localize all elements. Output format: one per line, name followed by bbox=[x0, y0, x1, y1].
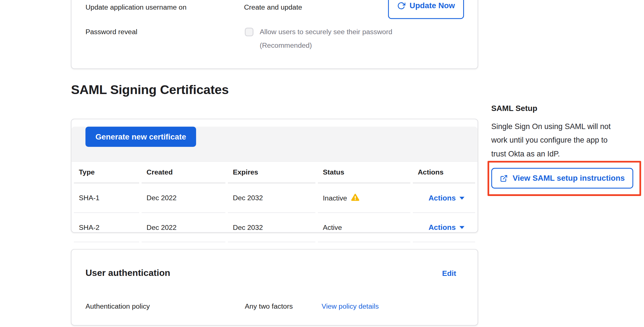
cert-status-cell: Inactive bbox=[318, 183, 410, 213]
column-header-type: Type bbox=[74, 162, 139, 183]
user-authentication-title: User authentication bbox=[85, 268, 170, 278]
cert-expires-cell: Dec 2032 bbox=[228, 183, 315, 213]
saml-setup-title: SAML Setup bbox=[491, 104, 537, 113]
password-reveal-checkbox[interactable] bbox=[245, 28, 253, 36]
view-saml-instructions-label: View SAML setup instructions bbox=[513, 174, 625, 183]
actions-menu-button[interactable]: Actions bbox=[428, 223, 464, 232]
update-now-label: Update Now bbox=[409, 1, 455, 10]
cert-actions-cell: Actions bbox=[413, 183, 475, 213]
update-now-button[interactable]: Update Now bbox=[388, 0, 464, 19]
table-header-row: Type Created Expires Status Actions bbox=[74, 162, 475, 183]
cert-created-cell: Dec 2022 bbox=[142, 213, 225, 242]
caret-down-icon bbox=[459, 197, 465, 199]
settings-page: Update application username on Create an… bbox=[0, 0, 644, 327]
warning-icon bbox=[351, 193, 359, 202]
saml-setup-description: Single Sign On using SAML will not work … bbox=[491, 120, 636, 161]
column-header-expires: Expires bbox=[228, 162, 315, 183]
caret-down-icon bbox=[459, 226, 465, 229]
generate-certificate-button[interactable]: Generate new certificate bbox=[85, 127, 196, 147]
update-username-label: Update application username on bbox=[85, 3, 187, 12]
authentication-policy-label: Authentication policy bbox=[85, 302, 150, 311]
view-policy-details-link[interactable]: View policy details bbox=[322, 302, 379, 311]
edit-button[interactable]: Edit bbox=[442, 269, 456, 278]
authentication-policy-value: Any two factors bbox=[245, 302, 293, 311]
external-link-icon bbox=[500, 174, 508, 182]
page-title: SAML Signing Certificates bbox=[71, 82, 229, 97]
certificates-toolbar: Generate new certificate bbox=[71, 127, 478, 162]
table-row: SHA-1 Dec 2022 Dec 2032 Inactive Actions bbox=[74, 183, 475, 213]
column-header-status: Status bbox=[318, 162, 410, 183]
actions-menu-label: Actions bbox=[428, 223, 456, 232]
cert-created-cell: Dec 2022 bbox=[142, 183, 225, 213]
saml-certificates-card: Generate new certificate Type Created Ex… bbox=[71, 119, 478, 233]
password-reveal-description: Allow users to securely see their passwo… bbox=[260, 25, 433, 52]
status-badge: Inactive bbox=[323, 194, 347, 202]
update-username-value: Create and update bbox=[244, 3, 302, 12]
column-header-actions: Actions bbox=[413, 162, 475, 183]
column-header-created: Created bbox=[142, 162, 225, 183]
cert-status-cell: Active bbox=[318, 213, 410, 242]
account-settings-card: Update application username on Create an… bbox=[71, 0, 478, 69]
certificates-table: Type Created Expires Status Actions SHA-… bbox=[71, 162, 478, 242]
cert-actions-cell: Actions bbox=[413, 213, 475, 242]
password-reveal-label: Password reveal bbox=[85, 28, 137, 36]
view-saml-instructions-button[interactable]: View SAML setup instructions bbox=[491, 168, 633, 189]
cert-expires-cell: Dec 2032 bbox=[228, 213, 315, 242]
cert-type-cell: SHA-2 bbox=[74, 213, 139, 242]
actions-menu-button[interactable]: Actions bbox=[428, 194, 464, 202]
table-row: SHA-2 Dec 2022 Dec 2032 Active Actions bbox=[74, 213, 475, 242]
refresh-icon bbox=[397, 2, 406, 10]
user-authentication-card: User authentication Edit Authentication … bbox=[71, 249, 478, 325]
status-badge: Active bbox=[323, 223, 342, 231]
cert-type-cell: SHA-1 bbox=[74, 183, 139, 213]
actions-menu-label: Actions bbox=[428, 194, 456, 202]
